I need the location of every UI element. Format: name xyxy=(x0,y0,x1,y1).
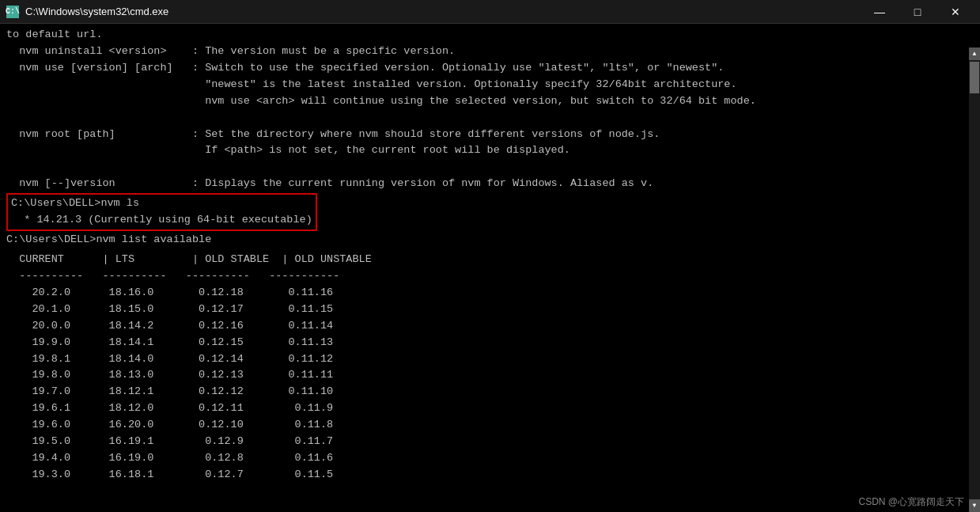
nvm-ls-highlight-box: C:\Users\DELL>nvm ls * 14.21.3 (Currentl… xyxy=(6,193,317,231)
title-bar-left: C:\ C:\Windows\system32\cmd.exe xyxy=(6,6,168,18)
nvm-ls-result: * 14.21.3 (Currently using 64-bit execut… xyxy=(11,212,312,229)
maximize-button[interactable]: □ xyxy=(899,0,936,24)
table-data: 20.2.0 18.16.0 0.12.18 0.11.16 20.1.0 18… xyxy=(6,285,974,484)
help-text-lines: to default url. nvm uninstall <version> … xyxy=(6,27,974,192)
table-divider: ---------- ---------- ---------- -------… xyxy=(6,268,974,285)
nvm-list-available-prompt: C:\Users\DELL>nvm list available xyxy=(6,232,974,248)
scrollbar-track[interactable]: ▲ ▼ xyxy=(969,47,980,512)
watermark: CSDN @心宽路阔走天下 xyxy=(858,495,964,509)
scrollbar-thumb[interactable] xyxy=(970,62,979,93)
close-button[interactable]: ✕ xyxy=(937,0,974,24)
window-title: C:\Windows\system32\cmd.exe xyxy=(25,6,168,17)
version-table: CURRENT | LTS | OLD STABLE | OLD UNSTABL… xyxy=(6,252,974,484)
scrollbar-up-button[interactable]: ▲ xyxy=(969,47,980,60)
cmd-icon: C:\ xyxy=(6,6,19,18)
window-controls: — □ ✕ xyxy=(861,0,974,24)
nvm-ls-prompt: C:\Users\DELL>nvm ls xyxy=(11,195,312,212)
terminal-body: to default url. nvm uninstall <version> … xyxy=(0,24,980,512)
table-header: CURRENT | LTS | OLD STABLE | OLD UNSTABL… xyxy=(6,252,974,268)
title-bar: C:\ C:\Windows\system32\cmd.exe — □ ✕ xyxy=(0,0,980,24)
minimize-button[interactable]: — xyxy=(861,0,898,24)
scrollbar-down-button[interactable]: ▼ xyxy=(969,499,980,512)
